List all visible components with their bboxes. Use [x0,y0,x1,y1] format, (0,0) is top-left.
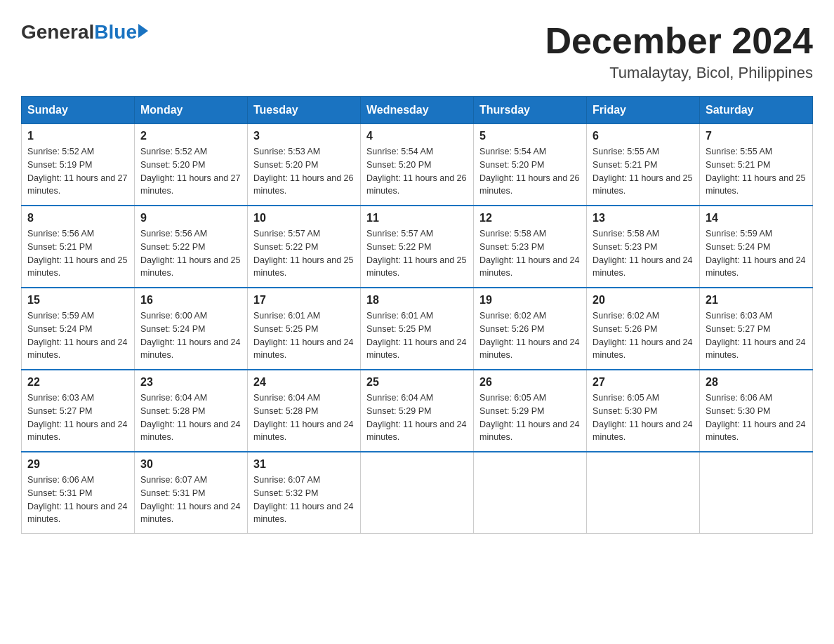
sunrise-label: Sunrise: 5:54 AM [479,147,546,156]
day-number: 2 [140,130,241,142]
sunrise-label: Sunrise: 6:07 AM [253,475,320,485]
daylight-label: Daylight: 11 hours and 25 minutes. [27,255,127,279]
sunrise-label: Sunrise: 6:03 AM [27,393,94,403]
sunset-label: Sunset: 5:27 PM [27,406,92,416]
day-number: 26 [479,376,581,389]
location-subtitle: Tumalaytay, Bicol, Philippines [545,64,813,82]
calendar-cell: 20 Sunrise: 6:02 AM Sunset: 5:26 PM Dayl… [587,288,700,370]
calendar-cell: 3 Sunrise: 5:53 AM Sunset: 5:20 PM Dayli… [248,124,361,206]
logo-arrow-icon [138,24,148,38]
daylight-label: Daylight: 11 hours and 24 minutes. [27,502,127,525]
sunrise-label: Sunrise: 6:04 AM [140,393,207,403]
sunset-label: Sunset: 5:30 PM [593,406,657,416]
daylight-label: Daylight: 11 hours and 24 minutes. [706,420,805,443]
day-info: Sunrise: 6:01 AM Sunset: 5:25 PM Dayligh… [253,309,355,362]
day-number: 8 [27,212,128,224]
calendar-cell: 23 Sunrise: 6:04 AM Sunset: 5:28 PM Dayl… [135,370,248,452]
daylight-label: Daylight: 11 hours and 24 minutes. [706,255,805,279]
sunset-label: Sunset: 5:23 PM [593,242,657,252]
sunset-label: Sunset: 5:24 PM [706,242,770,252]
daylight-label: Daylight: 11 hours and 24 minutes. [593,420,692,443]
daylight-label: Daylight: 11 hours and 24 minutes. [593,255,692,279]
calendar-cell: 8 Sunrise: 5:56 AM Sunset: 5:21 PM Dayli… [22,206,135,288]
sunrise-label: Sunrise: 5:52 AM [27,147,94,156]
daylight-label: Daylight: 11 hours and 24 minutes. [140,337,240,361]
daylight-label: Daylight: 11 hours and 25 minutes. [253,255,353,279]
day-number: 13 [593,212,694,224]
day-info: Sunrise: 6:01 AM Sunset: 5:25 PM Dayligh… [366,309,468,362]
sunrise-label: Sunrise: 5:59 AM [27,311,94,321]
sunset-label: Sunset: 5:22 PM [140,242,205,252]
day-info: Sunrise: 5:56 AM Sunset: 5:21 PM Dayligh… [27,227,128,280]
calendar-cell: 26 Sunrise: 6:05 AM Sunset: 5:29 PM Dayl… [474,370,587,452]
day-info: Sunrise: 5:58 AM Sunset: 5:23 PM Dayligh… [593,227,694,280]
day-number: 7 [706,130,807,142]
sunset-label: Sunset: 5:30 PM [706,406,770,416]
calendar-cell: 29 Sunrise: 6:06 AM Sunset: 5:31 PM Dayl… [22,452,135,534]
daylight-label: Daylight: 11 hours and 24 minutes. [140,502,240,525]
sunrise-label: Sunrise: 6:04 AM [253,393,320,403]
sunset-label: Sunset: 5:26 PM [479,324,544,334]
col-tuesday: Tuesday [248,97,361,124]
day-info: Sunrise: 5:59 AM Sunset: 5:24 PM Dayligh… [27,309,128,362]
day-number: 29 [27,458,128,471]
sunrise-label: Sunrise: 5:56 AM [140,229,207,239]
sunrise-label: Sunrise: 6:01 AM [366,311,433,321]
day-info: Sunrise: 6:02 AM Sunset: 5:26 PM Dayligh… [593,309,694,362]
calendar-cell: 4 Sunrise: 5:54 AM Sunset: 5:20 PM Dayli… [361,124,474,206]
sunset-label: Sunset: 5:29 PM [479,406,544,416]
page-header: General Blue December 2024 Tumalaytay, B… [21,21,813,82]
sunrise-label: Sunrise: 5:56 AM [27,229,94,239]
sunset-label: Sunset: 5:29 PM [366,406,431,416]
calendar-cell: 31 Sunrise: 6:07 AM Sunset: 5:32 PM Dayl… [248,452,361,534]
daylight-label: Daylight: 11 hours and 24 minutes. [479,255,579,279]
calendar-cell: 13 Sunrise: 5:58 AM Sunset: 5:23 PM Dayl… [587,206,700,288]
day-info: Sunrise: 6:03 AM Sunset: 5:27 PM Dayligh… [27,391,128,444]
calendar-cell: 22 Sunrise: 6:03 AM Sunset: 5:27 PM Dayl… [22,370,135,452]
day-number: 18 [366,294,468,307]
day-number: 14 [706,212,807,224]
day-number: 21 [706,294,807,307]
day-info: Sunrise: 5:54 AM Sunset: 5:20 PM Dayligh… [479,145,581,198]
calendar-cell: 10 Sunrise: 5:57 AM Sunset: 5:22 PM Dayl… [248,206,361,288]
sunrise-label: Sunrise: 6:07 AM [140,475,207,485]
day-info: Sunrise: 5:55 AM Sunset: 5:21 PM Dayligh… [593,145,694,198]
sunset-label: Sunset: 5:27 PM [706,324,770,334]
daylight-label: Daylight: 11 hours and 24 minutes. [253,502,353,525]
sunset-label: Sunset: 5:31 PM [140,488,205,498]
day-number: 28 [706,376,807,389]
day-info: Sunrise: 5:57 AM Sunset: 5:22 PM Dayligh… [366,227,468,280]
day-info: Sunrise: 6:03 AM Sunset: 5:27 PM Dayligh… [706,309,807,362]
calendar-cell: 6 Sunrise: 5:55 AM Sunset: 5:21 PM Dayli… [587,124,700,206]
sunrise-label: Sunrise: 6:05 AM [593,393,659,403]
calendar-cell: 16 Sunrise: 6:00 AM Sunset: 5:24 PM Dayl… [135,288,248,370]
day-number: 22 [27,376,128,389]
sunrise-label: Sunrise: 6:04 AM [366,393,433,403]
sunset-label: Sunset: 5:20 PM [366,160,431,170]
title-block: December 2024 Tumalaytay, Bicol, Philipp… [545,21,813,82]
calendar-cell [361,452,474,534]
daylight-label: Daylight: 11 hours and 27 minutes. [140,173,240,196]
calendar-cell: 7 Sunrise: 5:55 AM Sunset: 5:21 PM Dayli… [700,124,813,206]
day-number: 17 [253,294,355,307]
calendar-body: 1 Sunrise: 5:52 AM Sunset: 5:19 PM Dayli… [22,124,813,534]
col-friday: Friday [587,97,700,124]
sunrise-label: Sunrise: 5:57 AM [366,229,433,239]
day-info: Sunrise: 5:59 AM Sunset: 5:24 PM Dayligh… [706,227,807,280]
day-number: 12 [479,212,581,224]
calendar-cell: 9 Sunrise: 5:56 AM Sunset: 5:22 PM Dayli… [135,206,248,288]
daylight-label: Daylight: 11 hours and 24 minutes. [253,420,353,443]
sunset-label: Sunset: 5:21 PM [706,160,770,170]
daylight-label: Daylight: 11 hours and 27 minutes. [27,173,127,196]
day-info: Sunrise: 5:53 AM Sunset: 5:20 PM Dayligh… [253,145,355,198]
day-number: 9 [140,212,241,224]
sunrise-label: Sunrise: 5:57 AM [253,229,320,239]
day-number: 10 [253,212,355,224]
sunrise-label: Sunrise: 5:52 AM [140,147,207,156]
day-info: Sunrise: 6:05 AM Sunset: 5:29 PM Dayligh… [479,391,581,444]
daylight-label: Daylight: 11 hours and 24 minutes. [140,420,240,443]
day-number: 4 [366,130,468,142]
col-monday: Monday [135,97,248,124]
col-saturday: Saturday [700,97,813,124]
daylight-label: Daylight: 11 hours and 24 minutes. [479,337,579,361]
